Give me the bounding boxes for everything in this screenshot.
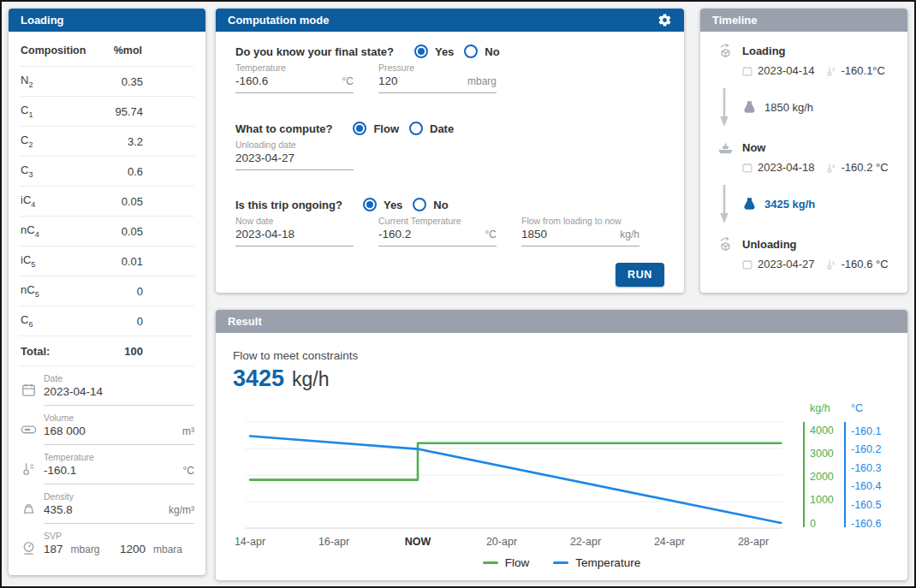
component-name: C2 (21, 134, 33, 149)
radio-final-state-no[interactable]: No (464, 45, 499, 58)
radio-icon[interactable] (409, 122, 423, 135)
timeline-flow-segment: 1850 kg/h (719, 87, 899, 128)
field-unit: mbarg (71, 543, 100, 555)
component-value: 3.2 (128, 135, 143, 148)
field-label: Date (44, 373, 194, 383)
radio-compute-flow[interactable]: Flow (353, 122, 399, 135)
date-field[interactable]: Date 2023-04-14 (20, 366, 194, 406)
computation-panel-header: Computation mode (216, 9, 684, 32)
svg-text:4000: 4000 (810, 425, 834, 437)
current-temperature-input[interactable]: Current Temperature -160.2°C (378, 216, 497, 246)
arrow-down-icon (719, 87, 729, 128)
field-label: Volume (44, 413, 194, 423)
legend-item[interactable]: Temperature (553, 556, 640, 569)
result-unit: kg/h (292, 368, 329, 391)
result-panel-header: Result (216, 310, 907, 333)
component-name: C6 (21, 313, 33, 329)
event-name: Now (742, 141, 765, 154)
field-value: 187 (44, 543, 63, 555)
radio-compute-date[interactable]: Date (409, 122, 454, 135)
table-row: nC4 0.05 (20, 216, 194, 246)
table-row: nC5 0 (20, 276, 194, 306)
temperature-field[interactable]: Temperature -160.1°C (20, 445, 194, 484)
component-name: iC4 (21, 193, 35, 209)
component-value: 0.35 (122, 75, 143, 88)
unloading-date-input[interactable]: Unloading date 2023-04-27 (235, 140, 354, 170)
field-label: Density (44, 491, 194, 502)
svg-text:0: 0 (810, 518, 816, 530)
table-row: iC4 0.05 (20, 186, 194, 216)
component-value: 95.74 (115, 105, 143, 118)
svg-text:3000: 3000 (810, 448, 834, 460)
result-panel-title: Result (228, 315, 262, 328)
table-row: C3 0.6 (20, 156, 194, 186)
result-value: 3425 (233, 365, 284, 392)
component-value: 0.05 (122, 225, 143, 238)
radio-icon[interactable] (413, 198, 426, 211)
svp-field[interactable]: SVP 187 mbarg 1200 mbara (20, 524, 194, 562)
component-name: C1 (21, 104, 33, 119)
calendar-icon (741, 162, 753, 174)
calendar-icon (21, 382, 37, 398)
event-date: 2023-04-18 (758, 161, 815, 174)
flow-rate-value: 3425 kg/h (764, 198, 815, 211)
result-subtitle: Flow to meet constraints (233, 349, 907, 362)
svg-text:-160.2: -160.2 (851, 443, 881, 455)
field-value-2: 1200 (120, 543, 146, 555)
field-unit: kg/m³ (169, 504, 194, 516)
package-unloading-icon (717, 235, 735, 253)
flow-loading-to-now-input[interactable]: Flow from loading to now 1850kg/h (521, 216, 639, 246)
component-value: 0 (137, 315, 143, 328)
flow-legend-dash (483, 561, 498, 564)
svg-text:20-apr: 20-apr (486, 536, 517, 548)
component-name: C3 (21, 163, 33, 179)
timeline-panel-header: Timeline (700, 9, 907, 32)
timeline-panel-title: Timeline (712, 14, 758, 27)
component-name: iC5 (21, 253, 35, 269)
timeline-panel: Timeline Loading 2023-04-14 -160.1°C (700, 9, 907, 293)
field-unit: m³ (182, 425, 194, 437)
radio-ongoing-yes[interactable]: Yes (363, 198, 402, 211)
field-value: 2023-04-14 (44, 385, 103, 398)
svg-text:2000: 2000 (810, 471, 834, 483)
table-row: C6 0 (20, 306, 194, 336)
component-name: nC5 (21, 283, 39, 299)
question-what-to-compute: What to compute? (235, 122, 332, 135)
volume-field[interactable]: Volume 168 000m³ (20, 406, 194, 445)
svg-text:22-apr: 22-apr (570, 536, 601, 548)
radio-ongoing-no[interactable]: No (413, 198, 448, 211)
svg-text:-160.5: -160.5 (851, 499, 881, 511)
flask-icon (742, 100, 757, 115)
temperature-legend-dash (553, 561, 568, 564)
radio-final-state-yes[interactable]: Yes (414, 45, 454, 58)
svg-text:28-apr: 28-apr (738, 536, 769, 548)
radio-icon[interactable] (414, 45, 428, 58)
svg-text:-160.3: -160.3 (851, 462, 881, 474)
settings-gear-icon[interactable] (657, 13, 672, 27)
result-panel: Result Flow to meet constraints 3425 kg/… (216, 310, 907, 580)
loading-panel-header: Loading (9, 9, 205, 32)
total-label: Total: (21, 345, 50, 358)
timeline-event-now: Now 2023-04-18 -160.2 °C (717, 139, 899, 174)
temperature-input[interactable]: Temperature -160.6°C (235, 62, 354, 93)
computation-panel-title: Computation mode (228, 14, 329, 27)
pressure-input[interactable]: Pressure 120mbarg (378, 62, 497, 93)
radio-icon[interactable] (464, 45, 478, 58)
run-button[interactable]: RUN (616, 263, 664, 287)
timeline-flow-segment: 3425 kg/h (719, 184, 899, 224)
component-value: 0 (137, 285, 143, 298)
component-name: N2 (21, 74, 33, 89)
radio-icon[interactable] (353, 122, 366, 135)
table-row: C2 3.2 (20, 126, 194, 156)
thermometer-icon (21, 460, 37, 477)
event-temperature: -160.2 °C (842, 161, 889, 174)
svg-text:24-apr: 24-apr (654, 536, 685, 548)
now-date-input[interactable]: Now date 2023-04-18 (235, 216, 354, 246)
composition-column-header: Composition (21, 45, 86, 56)
event-name: Unloading (742, 238, 797, 251)
legend-item[interactable]: Flow (483, 556, 530, 569)
radio-icon[interactable] (363, 198, 377, 211)
thermometer-icon (825, 258, 837, 270)
density-field[interactable]: Density 435.8kg/m³ (20, 484, 194, 524)
tank-icon (21, 421, 37, 437)
